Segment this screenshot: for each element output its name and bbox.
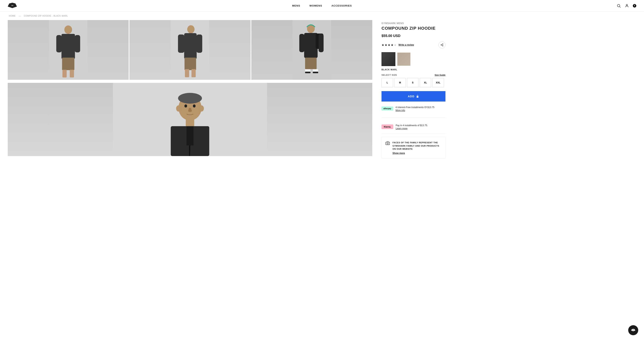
size-header: SELECT SIZE Size Guide	[382, 74, 446, 76]
svg-rect-48	[417, 96, 418, 98]
rating-row: ★ ★ ★ ★ ★ Write a review	[382, 42, 446, 48]
cart-icon[interactable]: 6	[633, 4, 636, 8]
promo-content: FACES OF THE FAMILY REPRESENT THE GYMSHA…	[392, 141, 442, 155]
star-2: ★	[384, 43, 387, 47]
svg-rect-16	[184, 33, 197, 59]
add-label: ADD	[408, 95, 415, 98]
main-layout: GYMSHARK MENS COMPOUND ZIP HOODIE $55.00…	[0, 20, 644, 159]
svg-rect-24	[304, 33, 318, 58]
camera-icon	[386, 141, 390, 146]
svg-point-3	[618, 4, 620, 7]
svg-text:GS: GS	[11, 5, 13, 6]
svg-line-4	[620, 7, 620, 8]
nav-womens[interactable]: WOMENS	[310, 4, 322, 7]
selected-color-label: BLACK MARL	[382, 68, 446, 71]
search-icon[interactable]	[617, 4, 621, 8]
add-to-cart-button[interactable]: ADD	[382, 91, 446, 102]
svg-point-35	[178, 93, 202, 104]
size-xxl[interactable]: XXL	[432, 78, 444, 87]
color-swatches	[382, 52, 446, 66]
breadcrumb: HOME — COMPOUND ZIP HOODIE - BLACK MARL	[0, 12, 644, 20]
svg-rect-17	[178, 35, 184, 53]
cart-count: 6	[633, 4, 636, 8]
svg-point-43	[442, 44, 443, 45]
svg-point-39	[193, 104, 196, 108]
size-l[interactable]: L	[382, 78, 393, 87]
svg-rect-12	[62, 70, 67, 78]
show-more-link[interactable]: Show more	[392, 152, 442, 155]
size-select-label: SELECT SIZE	[382, 74, 397, 76]
svg-point-37	[199, 105, 204, 112]
klarna-learn-more-link[interactable]: Learn more	[396, 127, 428, 130]
afterpay-badge: afterpay	[382, 107, 393, 111]
account-icon[interactable]	[625, 4, 629, 8]
product-image-3[interactable]	[251, 20, 372, 80]
nav-accessories[interactable]: ACCESSORIES	[332, 4, 352, 7]
star-4: ★	[391, 43, 394, 47]
afterpay-row: afterpay 4 Interest-Free Installments Of…	[382, 105, 446, 112]
svg-rect-26	[299, 34, 304, 52]
product-image-grid	[8, 20, 372, 159]
swatch-black-marl[interactable]	[382, 52, 395, 66]
star-1: ★	[382, 43, 384, 47]
svg-rect-32	[313, 72, 318, 73]
svg-rect-28	[305, 58, 316, 69]
breadcrumb-home[interactable]: HOME	[9, 15, 16, 17]
payment-section: afterpay 4 Interest-Free Installments Of…	[382, 105, 446, 130]
svg-rect-20	[185, 69, 189, 77]
divider-1	[382, 118, 446, 118]
svg-point-49	[387, 143, 388, 144]
divider-2	[382, 134, 446, 134]
star-5: ★	[394, 43, 396, 47]
svg-rect-10	[75, 35, 80, 52]
swatch-light-tan[interactable]	[397, 52, 411, 66]
share-button[interactable]	[438, 42, 446, 48]
svg-point-15	[188, 25, 195, 33]
svg-rect-21	[192, 69, 196, 77]
write-review-link[interactable]: Write a review	[398, 44, 414, 46]
svg-rect-13	[70, 70, 74, 78]
svg-point-5	[626, 4, 628, 6]
lock-icon	[416, 95, 419, 98]
svg-point-7	[64, 26, 72, 34]
svg-line-46	[442, 45, 442, 46]
logo[interactable]: GS	[8, 3, 17, 9]
product-title: COMPOUND ZIP HOODIE	[382, 26, 446, 31]
svg-rect-42	[186, 126, 194, 145]
svg-rect-31	[305, 72, 310, 73]
product-image-1[interactable]	[8, 20, 129, 80]
product-panel: GYMSHARK MENS COMPOUND ZIP HOODIE $55.00…	[372, 20, 446, 159]
size-s[interactable]: S	[407, 78, 418, 87]
product-image-2[interactable]	[130, 20, 250, 80]
size-options: L M S XL XXL	[382, 78, 446, 87]
svg-rect-18	[197, 35, 202, 53]
svg-rect-8	[62, 34, 75, 59]
svg-line-47	[442, 44, 442, 45]
svg-point-45	[442, 46, 443, 46]
klarna-badge: Klarna.	[382, 124, 393, 129]
svg-rect-40	[186, 119, 194, 127]
size-guide-link[interactable]: Size Guide	[435, 74, 446, 76]
size-xl[interactable]: XL	[420, 78, 431, 87]
gymshark-logo-icon: GS	[8, 3, 17, 9]
size-m[interactable]: M	[394, 78, 406, 87]
klarna-text: Pay in 4 installments of $13.75.	[396, 124, 428, 127]
family-promo-section: FACES OF THE FAMILY REPRESENT THE GYMSHA…	[382, 137, 446, 159]
svg-point-44	[441, 45, 442, 45]
nav-icons: 6	[617, 4, 636, 8]
nav-mens[interactable]: MENS	[292, 4, 300, 7]
breadcrumb-separator: —	[19, 15, 21, 17]
svg-point-38	[184, 104, 187, 108]
product-image-4[interactable]	[8, 83, 372, 156]
star-3: ★	[388, 43, 390, 47]
promo-title: FACES OF THE FAMILY REPRESENT THE GYMSHA…	[392, 141, 442, 151]
afterpay-more-info-link[interactable]: More info	[396, 109, 434, 112]
breadcrumb-current: COMPOUND ZIP HOODIE - BLACK MARL	[24, 15, 68, 17]
afterpay-info: 4 Interest-Free Installments Of $13.75 M…	[396, 105, 434, 112]
svg-rect-9	[56, 35, 62, 52]
svg-rect-19	[185, 58, 196, 70]
klarna-row: Klarna. Pay in 4 installments of $13.75.…	[382, 124, 446, 130]
product-brand: GYMSHARK MENS	[382, 22, 446, 25]
star-rating: ★ ★ ★ ★ ★	[382, 43, 396, 47]
klarna-info: Pay in 4 installments of $13.75. Learn m…	[396, 124, 428, 130]
